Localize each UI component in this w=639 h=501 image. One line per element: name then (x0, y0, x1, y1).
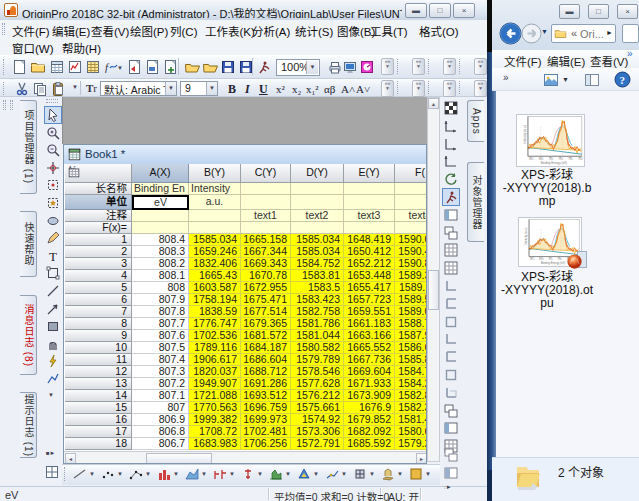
svg-text:790: 790 (557, 257, 562, 261)
svg-text:?: ? (620, 74, 626, 86)
svg-text:Intensity (a.u.): Intensity (a.u.) (524, 227, 528, 244)
svg-text:785: 785 (568, 157, 573, 161)
svg-text:Intensity (a.u.): Intensity (a.u.) (523, 125, 527, 144)
svg-text:f: f (105, 61, 110, 73)
svg-text:Binding Energy (eV): Binding Energy (eV) (541, 161, 567, 165)
svg-text:795: 795 (548, 257, 553, 261)
svg-text:A-Z: A-Z (69, 165, 76, 170)
svg-text:800: 800 (539, 257, 544, 261)
svg-text:805: 805 (529, 157, 534, 161)
svg-text:T: T (49, 249, 57, 264)
svg-text:780: 780 (578, 157, 583, 161)
svg-text:805: 805 (530, 257, 535, 261)
svg-text:Binding Energy (eV): Binding Energy (eV) (541, 261, 565, 265)
